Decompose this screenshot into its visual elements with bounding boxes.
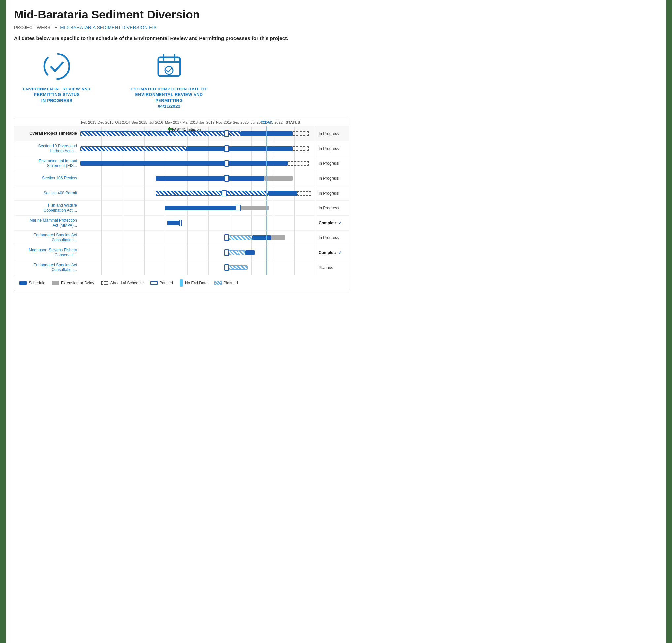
legend-item: Extension or Delay [52, 281, 95, 285]
gantt-bar [224, 234, 229, 241]
gantt-row: Overall Project TimetableFAST-41 Initiat… [14, 126, 349, 141]
legend-item: Planned [214, 281, 238, 285]
gantt-bar [168, 221, 179, 225]
gantt-bar-area [80, 201, 316, 215]
gantt-bar [241, 206, 269, 210]
gantt-bar [245, 250, 255, 255]
gantt-bar [297, 191, 311, 195]
gantt-bar [252, 235, 271, 240]
gantt-bar [227, 191, 269, 195]
gantt-row-label[interactable]: Endangered Species Act Consultation... [14, 260, 80, 275]
time-label: Sep 2015 [131, 118, 148, 126]
gantt-bar [229, 265, 248, 270]
time-label: Nov 2019 [215, 118, 232, 126]
gantt-bar [80, 161, 288, 166]
gantt-row: Section 408 PermitIn Progress [14, 186, 349, 201]
status-value-2: 04/11/2022 [158, 104, 180, 109]
legend-label: Ahead of Schedule [110, 281, 144, 285]
today-line [267, 216, 267, 230]
legend: ScheduleExtension or DelayAhead of Sched… [14, 275, 349, 291]
gantt-bar [293, 131, 309, 136]
today-line [267, 171, 267, 186]
status-icon-block-2: ESTIMATED COMPLETION DATE OF ENVIRONMENT… [126, 51, 212, 109]
legend-box-gray [52, 281, 59, 285]
gantt-status-cell: Complete ✓ [316, 221, 349, 225]
gantt-status-cell: In Progress [316, 235, 349, 240]
gantt-status-cell: Complete ✓ [316, 250, 349, 255]
gantt-row-label[interactable]: Overall Project Timetable [14, 129, 80, 138]
gantt-bar [165, 206, 236, 210]
gantt-row: Endangered Species Act Consultation...In… [14, 231, 349, 245]
time-label: Jan 2019 [198, 118, 215, 126]
today-line [267, 186, 267, 201]
project-website-link[interactable]: Mid-Barataria Sediment Diversion EIS [60, 25, 157, 30]
gantt-status-cell: In Progress [316, 146, 349, 151]
gantt-row-label[interactable]: Marine Mammal Protection Act (MMPA)... [14, 216, 80, 230]
gantt-bar [293, 146, 309, 151]
gantt-status-cell: In Progress [316, 176, 349, 181]
today-line [267, 156, 267, 171]
gantt-row-label[interactable]: Section 106 Review [14, 174, 80, 183]
legend-label: No End Date [185, 281, 208, 285]
gantt-row: Section 106 ReviewIn Progress [14, 171, 349, 186]
project-website-label: PROJECT WEBSITE: [14, 25, 59, 30]
legend-box-noend [180, 279, 183, 287]
gantt-bar [269, 191, 297, 195]
gantt-status-cell: Planned [316, 265, 349, 270]
checkmark-icon: ✓ [339, 250, 342, 255]
gantt-status-cell: In Progress [316, 161, 349, 166]
gantt-bar-area: FAST-41 InitiationTODAY [80, 126, 316, 141]
gantt-row-label[interactable]: Section 408 Permit [14, 189, 80, 198]
today-line: TODAY [267, 126, 267, 141]
gantt-bar-area [80, 216, 316, 230]
svg-point-5 [165, 66, 173, 74]
gantt-chart: Feb 2013Dec 2013Oct 2014Sep 2015Jul 2016… [14, 118, 350, 291]
gantt-bar [288, 161, 309, 166]
decorative-green-bar-left [0, 0, 6, 299]
flag-marker: FAST-41 Initiation [168, 127, 172, 131]
gantt-bar [236, 205, 241, 211]
svg-point-0 [44, 54, 69, 79]
legend-item: Schedule [20, 281, 45, 285]
gantt-bar [80, 131, 241, 136]
gantt-row: Fish and Wildlife Coordination Act ...In… [14, 201, 349, 216]
gantt-row: Marine Mammal Protection Act (MMPA)...Co… [14, 216, 349, 231]
gantt-bar-area [80, 231, 316, 245]
gantt-bar-area [80, 260, 316, 275]
gantt-bar [222, 190, 226, 196]
legend-label: Paused [159, 281, 173, 285]
status-value-1: IN PROGRESS [41, 98, 72, 103]
today-line [267, 231, 267, 245]
today-line [267, 141, 267, 156]
completion-date-icon [154, 51, 184, 83]
gantt-bar-area [80, 156, 316, 171]
legend-label: Planned [223, 281, 238, 285]
gantt-bar [179, 220, 182, 226]
gantt-bar-area [80, 245, 316, 260]
today-label: TODAY [260, 121, 272, 124]
gantt-body: Overall Project TimetableFAST-41 Initiat… [14, 126, 349, 275]
legend-item: Paused [150, 281, 173, 285]
gantt-row-label[interactable]: Endangered Species Act Consultation... [14, 231, 80, 245]
gantt-bar [229, 250, 239, 255]
gantt-bar [224, 264, 229, 271]
gantt-bar [229, 235, 252, 240]
time-label: May 2017 [165, 118, 182, 126]
gantt-bar [271, 235, 285, 240]
today-line [267, 245, 267, 260]
gantt-bar [264, 176, 293, 181]
status-label-1: ENVIRONMENTAL REVIEW AND PERMITTING STAT… [14, 86, 100, 98]
gantt-status-header: STATUS [283, 118, 316, 126]
time-label: Sep 2020 [232, 118, 249, 126]
time-label: Dec 2013 [97, 118, 114, 126]
today-line [267, 260, 267, 275]
gantt-row-label[interactable]: Section 10 Rivers and Harbors Act o... [14, 142, 80, 156]
time-label: Oct 2014 [114, 118, 131, 126]
legend-label: Extension or Delay [61, 281, 95, 285]
gantt-row-label[interactable]: Magnuson-Stevens Fishery Conservati... [14, 246, 80, 260]
gantt-header: Feb 2013Dec 2013Oct 2014Sep 2015Jul 2016… [14, 118, 349, 126]
gantt-bar [156, 176, 264, 181]
time-label: Jul 2016 [148, 118, 165, 126]
gantt-row-label[interactable]: Environmental Impact Statement (EIS... [14, 157, 80, 171]
gantt-row-label[interactable]: Fish and Wildlife Coordination Act ... [14, 201, 80, 215]
